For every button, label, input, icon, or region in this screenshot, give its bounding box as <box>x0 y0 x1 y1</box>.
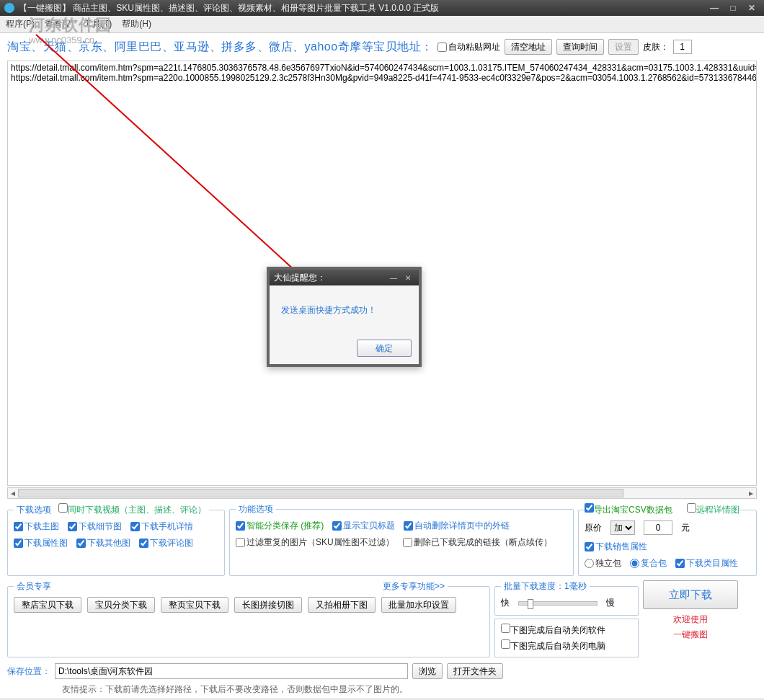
slider-knob[interactable] <box>528 599 533 609</box>
clear-address-button[interactable]: 清空地址 <box>505 39 552 55</box>
menu-program[interactable]: 程序(P) <box>6 18 35 30</box>
csv-options-group: 导出淘宝CSV数据包 远程详情图 原价 加 元 下载销售属性 独立包 复合包 下… <box>578 503 757 576</box>
mobile-img-checkbox[interactable]: 下载手机详情 <box>130 520 193 533</box>
horizontal-scrollbar[interactable]: ◂ ▸ <box>7 487 757 499</box>
menubar: 程序(P) 查看(V) 工具(T) 帮助(H) <box>0 16 764 33</box>
dialog-close-icon[interactable]: ✕ <box>401 273 414 282</box>
vip-group: 会员专享更多专享功能>> 整店宝贝下载 宝贝分类下载 整页宝贝下载 长图拼接切图… <box>7 580 490 657</box>
speed-slow-label: 慢 <box>606 597 615 609</box>
price-unit: 元 <box>681 522 690 534</box>
scroll-thumb[interactable] <box>18 489 623 497</box>
close-app-checkbox[interactable]: 下图完成后自动关闭软件 <box>501 624 632 637</box>
promo-links: 欢迎使用 一键搬图 <box>643 613 738 641</box>
more-vip-link[interactable]: 更多专享功能>> <box>383 581 445 591</box>
smart-save-checkbox[interactable]: 智能分类保存 (推荐) <box>236 520 324 532</box>
sale-attr-checkbox[interactable]: 下载销售属性 <box>585 541 647 553</box>
comment-img-checkbox[interactable]: 下载评论图 <box>139 537 193 549</box>
welcome-link[interactable]: 欢迎使用 <box>673 613 708 626</box>
combo-pack-radio[interactable]: 复合包 <box>630 557 667 570</box>
price-op-select[interactable]: 加 <box>610 520 635 535</box>
dialog-ok-button[interactable]: 确定 <box>357 340 412 357</box>
remote-checkbox[interactable]: 远程详情图 <box>687 505 739 515</box>
settings-button[interactable]: 设置 <box>608 39 639 55</box>
app-icon <box>4 3 14 13</box>
save-path-input[interactable] <box>55 663 408 679</box>
whole-shop-button[interactable]: 整店宝贝下载 <box>14 597 81 613</box>
dialog-titlebar: 大仙提醒您： — ✕ <box>270 270 419 285</box>
album-dl-button[interactable]: 又拍相册下图 <box>308 597 376 613</box>
maximize-button[interactable]: □ <box>725 3 741 13</box>
address-toolbar: 淘宝、天猫、京东、阿里巴巴、亚马逊、拼多多、微店、yahoo奇摩等宝贝地址： 自… <box>0 33 764 61</box>
query-time-button[interactable]: 查询时间 <box>556 39 604 55</box>
price-value-input[interactable] <box>644 520 672 535</box>
browse-button[interactable]: 浏览 <box>412 663 443 679</box>
function-options-group: 功能选项 智能分类保存 (推荐) 显示宝贝标题 自动删除详情页中的外链 过滤重复… <box>229 503 574 576</box>
main-img-checkbox[interactable]: 下载主图 <box>14 520 59 533</box>
save-hint: 友情提示：下载前请先选择好路径，下载后不要改变路径，否则数据包中显示不了图片的。 <box>0 682 764 699</box>
menu-help[interactable]: 帮助(H) <box>122 18 151 30</box>
detail-img-checkbox[interactable]: 下载细节图 <box>68 520 122 533</box>
autodel-link-checkbox[interactable]: 自动删除详情页中的外链 <box>404 520 510 532</box>
show-title-checkbox[interactable]: 显示宝贝标题 <box>332 520 395 532</box>
titlebar: 【一键搬图】 商品主图、SKU属性图、描述图、评论图、视频素材、相册等图片批量下… <box>0 0 764 16</box>
minimize-button[interactable]: — <box>706 3 722 13</box>
menu-view[interactable]: 查看(V) <box>45 18 74 30</box>
filter-dup-checkbox[interactable]: 过滤重复的图片（SKU属性图不过滤） <box>236 536 394 549</box>
close-button[interactable]: ✕ <box>744 3 760 13</box>
menu-tools[interactable]: 工具(T) <box>84 18 112 30</box>
skin-label: 皮肤： <box>643 41 669 53</box>
single-pack-radio[interactable]: 独立包 <box>585 557 621 570</box>
csv-checkbox[interactable]: 导出淘宝CSV数据包 <box>585 505 672 515</box>
del-done-checkbox[interactable]: 删除已下载完成的链接（断点续传） <box>403 536 552 549</box>
other-img-checkbox[interactable]: 下载其他图 <box>76 537 130 549</box>
dialog-minimize-icon[interactable]: — <box>387 273 400 282</box>
address-label: 淘宝、天猫、京东、阿里巴巴、亚马逊、拼多多、微店、yahoo奇摩等宝贝地址： <box>7 40 433 55</box>
autopaste-checkbox[interactable]: 自动粘贴网址 <box>437 41 500 53</box>
speed-slider[interactable] <box>518 601 598 606</box>
skin-input[interactable] <box>673 40 692 54</box>
video-checkbox[interactable]: 同时下载视频（主图、描述、评论） <box>58 505 206 515</box>
class-attr-checkbox[interactable]: 下载类目属性 <box>675 557 738 570</box>
auto-close-group: 下图完成后自动关闭软件 下图完成后自动关闭电脑 <box>494 619 639 657</box>
long-img-button[interactable]: 长图拼接切图 <box>234 597 302 613</box>
download-options-group: 下载选项 同时下载视频（主图、描述、评论） 下载主图 下载细节图 下载手机详情 … <box>7 503 225 576</box>
open-folder-button[interactable]: 打开文件夹 <box>447 663 503 679</box>
alert-dialog: 大仙提醒您： — ✕ 发送桌面快捷方式成功！ 确定 <box>267 267 422 367</box>
watermark-button[interactable]: 批量加水印设置 <box>381 597 456 613</box>
product-link[interactable]: 一键搬图 <box>673 629 708 641</box>
speed-group: 批量下载速度：1毫秒 快 慢 <box>494 580 639 616</box>
dialog-title: 大仙提醒您： <box>274 272 326 284</box>
close-pc-checkbox[interactable]: 下图完成后自动关闭电脑 <box>501 639 632 652</box>
save-label: 保存位置： <box>7 665 50 678</box>
window-title: 【一键搬图】 商品主图、SKU属性图、描述图、评论图、视频素材、相册等图片批量下… <box>19 2 439 14</box>
dialog-message: 发送桌面快捷方式成功！ <box>270 285 419 335</box>
scroll-right-icon[interactable]: ▸ <box>746 488 756 498</box>
speed-fast-label: 快 <box>501 597 510 609</box>
scroll-left-icon[interactable]: ◂ <box>8 488 18 498</box>
download-now-button[interactable]: 立即下载 <box>643 580 738 609</box>
category-dl-button[interactable]: 宝贝分类下载 <box>87 597 155 613</box>
page-dl-button[interactable]: 整页宝贝下载 <box>161 597 228 613</box>
price-label: 原价 <box>585 522 602 534</box>
attr-img-checkbox[interactable]: 下载属性图 <box>14 537 68 549</box>
